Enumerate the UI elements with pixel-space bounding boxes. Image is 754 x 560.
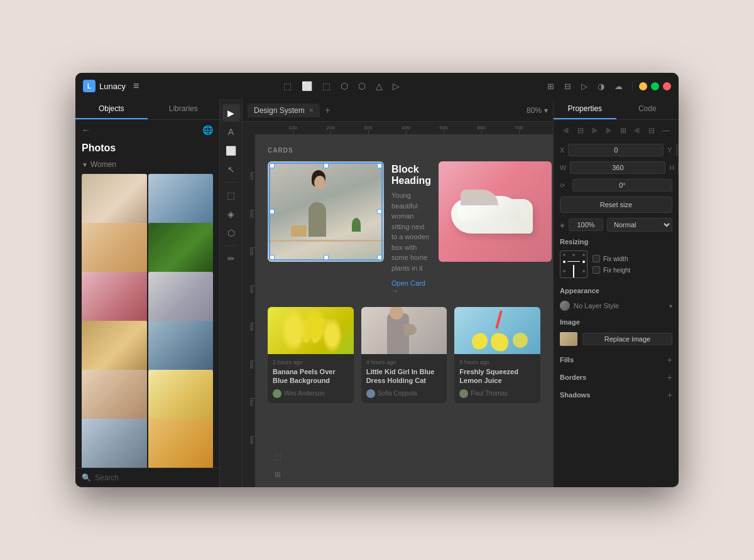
y-label: Y <box>667 146 672 154</box>
reset-size-button[interactable]: Reset size <box>560 197 672 213</box>
align-left-btn[interactable]: ⫷ <box>560 124 573 137</box>
banana-1 <box>286 317 303 344</box>
replace-image-button[interactable]: Replace image <box>582 333 672 345</box>
photo-thumb-11[interactable] <box>82 419 147 468</box>
back-button[interactable]: ← <box>82 125 90 135</box>
snap-icon[interactable]: ⊞ <box>544 80 557 93</box>
globe-icon[interactable]: 🌐 <box>202 125 213 135</box>
shadows-title: Shadows <box>560 391 590 399</box>
ruler-tick-600 <box>481 131 482 134</box>
canvas-tab-add-button[interactable]: + <box>322 105 333 116</box>
ruler-vlabel-300: 300 <box>249 247 254 256</box>
maximize-button[interactable]: + <box>651 82 659 90</box>
tab-code[interactable]: Code <box>616 99 679 119</box>
align-center-h-btn[interactable]: ⊟ <box>574 124 587 137</box>
author-avatar-wes <box>273 389 281 398</box>
borders-section: Borders + <box>554 369 679 386</box>
photo-thumb-12[interactable] <box>148 419 214 468</box>
tool-text[interactable]: A <box>222 123 240 141</box>
canvas-add-frame-icon[interactable]: ⬚ <box>270 450 285 465</box>
ruler-vlabel-400: 400 <box>249 285 254 293</box>
title-bar-right-icons: ⊞ ⊟ ▷ ◑ ☁ − + ✕ <box>544 80 671 93</box>
block-description: Young beautiful woman sitting next to a … <box>391 190 431 273</box>
tool-icon-arrow[interactable]: ▷ <box>390 80 402 92</box>
tool-rectangle[interactable]: ⬜ <box>222 142 240 159</box>
borders-add-icon[interactable]: + <box>667 372 672 382</box>
night-icon[interactable]: ◑ <box>594 80 608 93</box>
ruler-label-600: 600 <box>477 125 485 131</box>
resize-box[interactable] <box>560 250 587 278</box>
shadows-add-icon[interactable]: + <box>667 390 672 400</box>
rotation-input[interactable] <box>572 179 672 191</box>
y-input[interactable] <box>676 144 679 156</box>
ruler-vtick-500 <box>251 323 255 323</box>
minimize-button[interactable]: − <box>639 82 647 90</box>
align-distribute-btn[interactable]: ⊟ <box>645 124 658 137</box>
cloud-icon[interactable]: ☁ <box>611 80 626 93</box>
canvas-content[interactable]: CARDS <box>255 134 553 487</box>
tab-properties[interactable]: Properties <box>554 99 616 119</box>
tool-transform[interactable]: ↖ <box>222 161 240 178</box>
woman-face <box>314 176 325 190</box>
ruler-vlabel-200: 200 <box>249 210 254 218</box>
selected-image-card[interactable] <box>268 161 384 262</box>
ruler-vtick-800 <box>251 436 255 436</box>
category-header[interactable]: ▼ Women <box>75 158 219 173</box>
opacity-input[interactable] <box>569 218 603 231</box>
ruler-label-700: 700 <box>515 125 523 131</box>
search-input[interactable] <box>95 473 213 482</box>
rdot-2 <box>572 254 575 256</box>
blend-mode-select[interactable]: Normal <box>607 218 672 232</box>
tool-icon-5[interactable]: ⬡ <box>356 80 368 92</box>
category-arrow-icon: ▼ <box>82 161 88 168</box>
image-replace-row: Replace image <box>554 330 679 351</box>
fix-height-checkbox[interactable] <box>593 266 600 274</box>
card-girl-time: 4 hours ago <box>366 359 442 365</box>
main-layout: Objects Libraries ← 🌐 Photos ▼ Women <box>75 99 679 487</box>
h-input[interactable] <box>678 161 679 174</box>
align-center-v-btn[interactable]: ⊞ <box>617 124 630 137</box>
tool-select[interactable]: ▶ <box>222 104 240 122</box>
shadows-section: Shadows + <box>554 386 679 404</box>
tool-image[interactable]: ◈ <box>222 205 240 223</box>
x-input[interactable] <box>568 144 664 156</box>
align-top-btn[interactable]: ⫸ <box>603 124 616 137</box>
open-card-link[interactable]: Open Card → <box>391 279 431 294</box>
mirror-icon[interactable]: ▷ <box>578 80 591 93</box>
tool-icon-3[interactable]: ⬚ <box>320 80 333 92</box>
tab-objects[interactable]: Objects <box>75 99 148 119</box>
appearance-layer-style-row[interactable]: No Layer Style ▾ <box>554 298 679 315</box>
image-title: Image <box>560 318 580 326</box>
fix-width-checkbox[interactable] <box>593 255 600 262</box>
canvas-zoom-control[interactable]: 80% ▾ <box>527 106 548 115</box>
close-button[interactable]: ✕ <box>663 82 671 90</box>
appearance-section: Appearance <box>554 283 679 298</box>
fills-section: Fills + <box>554 351 679 369</box>
tool-icon-2[interactable]: ⬜ <box>299 80 315 92</box>
card-lemon-time: 5 hours ago <box>459 359 535 365</box>
canvas-grid-icon[interactable]: ⊞ <box>270 467 285 482</box>
w-input[interactable] <box>570 161 665 174</box>
tool-icon-4[interactable]: ⬡ <box>338 80 351 92</box>
tool-pen[interactable]: ✏ <box>222 250 240 267</box>
lemon-2 <box>489 332 510 352</box>
align-right-btn[interactable]: ⫸ <box>588 124 601 137</box>
tool-icon-triangle[interactable]: △ <box>373 80 385 92</box>
align-bottom-btn[interactable]: ⫷ <box>631 124 644 137</box>
sidebar-tabs: Objects Libraries <box>75 99 219 120</box>
canvas-tab-active[interactable]: Design System ✕ <box>248 104 320 117</box>
menu-icon[interactable]: ≡ <box>133 80 139 92</box>
card-lemon: 5 hours ago Freshly Squeezed Lemon Juice… <box>454 307 540 403</box>
canvas-tab-close-icon[interactable]: ✕ <box>309 107 314 114</box>
card-lemon-title: Freshly Squeezed Lemon Juice <box>459 367 535 385</box>
section-label: CARDS <box>268 147 540 154</box>
grid-icon[interactable]: ⊟ <box>561 80 574 93</box>
card-bananas-time: 2 hours ago <box>273 359 349 365</box>
tool-icon-1[interactable]: ⬚ <box>281 80 294 92</box>
ruler-vtick-100 <box>251 172 255 173</box>
tool-shape[interactable]: ⬡ <box>222 224 240 242</box>
tool-component[interactable]: ⬚ <box>222 186 240 204</box>
align-more-btn[interactable]: — <box>659 124 672 137</box>
fills-add-icon[interactable]: + <box>667 355 672 365</box>
tab-libraries[interactable]: Libraries <box>148 99 220 119</box>
